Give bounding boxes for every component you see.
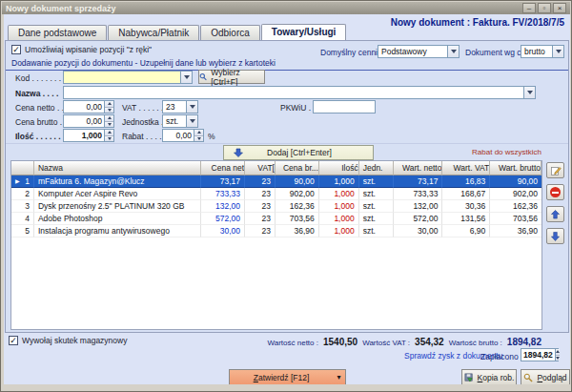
tab-dane-podstawowe[interactable]: Dane podstawowe (8, 25, 107, 40)
row-number: 3 (11, 200, 34, 213)
spinner-buttons[interactable] (194, 130, 203, 141)
arrow-down-icon (551, 232, 560, 241)
item-jedn: szt. (359, 225, 394, 237)
window-bottom-edge (2, 384, 570, 390)
paid-input[interactable]: 1894,82 (521, 348, 559, 361)
spin-down-icon (108, 109, 112, 112)
approve-more-button[interactable]: ▾ (333, 369, 346, 385)
delete-row-button[interactable] (546, 184, 564, 200)
jednostka-select[interactable]: szt. (162, 114, 198, 128)
header-ilosc[interactable]: Ilość (319, 161, 359, 175)
wybierz-button[interactable]: Wybierz [Ctrl+F] (198, 70, 265, 84)
item-ilosc: 1,000 (319, 225, 359, 237)
default-pricelist-select[interactable]: Podstawowy (378, 45, 460, 58)
pencil-icon (550, 165, 562, 176)
table-row[interactable]: 2 Komputer Acer Aspire Revo 733,33 23 90… (11, 188, 541, 200)
header-wart-netto[interactable]: Wart. netto (394, 161, 443, 175)
chevron-down-icon[interactable] (186, 115, 197, 127)
header-cena-net[interactable]: Cena net (201, 161, 245, 175)
item-name: Adobe Photoshop (34, 213, 201, 225)
rabat-input[interactable]: 0,00 (162, 129, 204, 142)
title-bar[interactable]: Nowy dokument sprzedaży – ▫ × (2, 2, 570, 14)
dodaj-button[interactable]: Dodaj [Ctrl+Enter] (223, 145, 374, 160)
jednostka-label: Jednostka . . (122, 117, 168, 127)
ilosc-input[interactable]: 1,000 (63, 129, 114, 142)
move-down-button[interactable] (546, 228, 564, 244)
header-cena-br[interactable]: Cena br... (276, 161, 319, 175)
table-row[interactable]: 5 Instalacja programu antywirusowego 30,… (11, 225, 541, 237)
brutto-label: Wartość brutto : (449, 339, 502, 347)
header-wart-brutto[interactable]: Wart. brutto (490, 161, 541, 175)
approve-button[interactable]: Zatwierdź [F12] (229, 369, 334, 385)
draft-copy-button[interactable]: Kopia rob. (461, 369, 517, 385)
tab-nabywca-platnik[interactable]: Nabywca/Płatnik (108, 25, 199, 40)
preview-button[interactable]: Podgląd (521, 369, 570, 385)
header-wart-vat[interactable]: Wart. VAT (442, 161, 490, 175)
table-row[interactable]: 1 mFaktura 6. Magazyn@Klucz 73,17 23 90,… (11, 175, 541, 188)
table-header: Nazwa Cena net VAT[ Cena br... Ilość Jed… (11, 161, 541, 175)
kod-input[interactable] (63, 71, 193, 84)
arrow-up-icon (551, 210, 560, 219)
item-wart-vat: 168,67 (442, 188, 490, 200)
header-marker[interactable] (11, 161, 34, 175)
item-cena-net: 30,00 (201, 225, 245, 237)
nazwa-input[interactable] (63, 86, 536, 99)
move-up-button[interactable] (546, 206, 564, 222)
draft-copy-label: Kopia rob. (478, 373, 515, 382)
spinner-buttons[interactable] (104, 130, 113, 141)
spin-down-icon (197, 137, 201, 140)
header-nazwa[interactable]: Nazwa (34, 161, 201, 175)
item-ilosc: 1,000 (319, 213, 359, 225)
brutto-value: 1894,82 (507, 337, 541, 347)
item-jedn: szt. (359, 213, 394, 225)
item-wart-brutto: 703,56 (490, 213, 541, 225)
chevron-down-icon[interactable] (523, 87, 535, 98)
edit-row-button[interactable] (546, 162, 564, 178)
doc-prices-select[interactable]: brutto (521, 45, 564, 58)
chevron-down-icon[interactable] (447, 46, 459, 57)
chevron-down-icon: ▾ (337, 373, 340, 382)
tab-towary-uslugi[interactable]: Towary/Usługi (261, 24, 347, 40)
item-cena-br: 36,90 (276, 225, 319, 237)
ilosc-value: 1,000 (64, 130, 104, 141)
paid-label: Zapłacono : (480, 352, 522, 361)
spinner-buttons[interactable] (104, 115, 113, 127)
item-cena-net: 572,00 (201, 213, 245, 225)
item-wart-brutto: 162,36 (490, 200, 541, 213)
vat-value: 23 (163, 102, 186, 112)
header-jedn[interactable]: Jedn. (359, 161, 394, 175)
wybierz-label: Wybierz [Ctrl+F] (211, 68, 264, 87)
vat-select[interactable]: 23 (162, 100, 198, 113)
item-name: Komputer Acer Aspire Revo (34, 188, 201, 200)
item-wart-netto: 733,33 (394, 188, 443, 200)
pkwiu-label: PKWiU . . (280, 103, 316, 113)
table-row[interactable]: 3 Dysk przenośny 2.5" PLATINUM 320 GB 13… (11, 200, 541, 213)
item-vat: 23 (245, 175, 276, 188)
minimize-button[interactable]: – (522, 3, 536, 13)
cena-brutto-value: 0,00 (64, 115, 104, 127)
chevron-down-icon[interactable] (186, 101, 197, 113)
cena-brutto-input[interactable]: 0,00 (63, 114, 114, 128)
checkbox-icon[interactable] (11, 45, 21, 54)
stock-effect-checkbox[interactable]: Wywołaj skutek magazynowy (9, 336, 127, 345)
header-vat[interactable]: VAT[ (245, 161, 276, 175)
chevron-down-icon[interactable] (180, 72, 192, 83)
item-wart-brutto: 902,00 (490, 188, 541, 200)
vat-total-value: 354,32 (415, 337, 444, 347)
cena-netto-input[interactable]: 0,00 (63, 100, 114, 113)
item-wart-vat: 131,56 (442, 213, 490, 225)
maximize-button[interactable]: ▫ (538, 3, 551, 13)
item-jedn: szt. (359, 175, 394, 188)
spinner-buttons[interactable] (104, 101, 113, 113)
table-row[interactable]: 4 Adobe Photoshop 572,00 23 703,56 1,000… (11, 213, 541, 225)
rabat-all-link[interactable]: Rabat do wszystkich (472, 148, 541, 156)
chevron-down-icon[interactable] (552, 46, 563, 57)
close-button[interactable]: × (553, 3, 566, 13)
pkwiu-input[interactable] (313, 100, 376, 113)
item-cena-br: 90,00 (276, 175, 319, 188)
checkbox-icon[interactable] (9, 336, 18, 345)
spinner-buttons[interactable] (555, 349, 560, 361)
item-ilosc: 1,000 (319, 200, 359, 213)
tab-odbiorca[interactable]: Odbiorca (200, 25, 260, 40)
manual-entry-checkbox[interactable]: Umożliwiaj wpisanie pozycji "z ręki" (11, 45, 152, 54)
